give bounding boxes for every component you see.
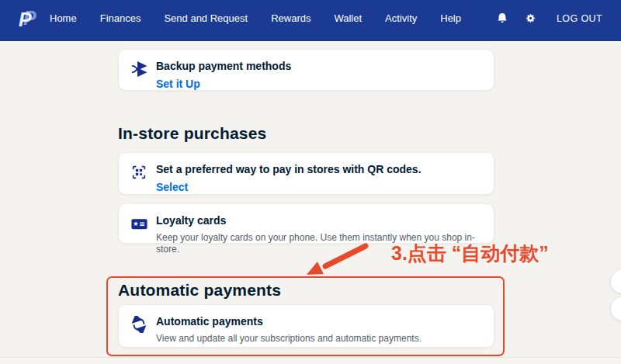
nav-item-activity[interactable]: Activity bbox=[385, 12, 417, 24]
card-loyalty-cards[interactable]: Loyalty cards Keep your loyalty cards on… bbox=[118, 203, 494, 244]
log-out-button[interactable]: LOG OUT bbox=[557, 13, 602, 24]
nav-item-finances[interactable]: Finances bbox=[100, 12, 141, 24]
nav-item-send-and-request[interactable]: Send and Request bbox=[164, 12, 248, 24]
navbar-right: LOG OUT bbox=[494, 11, 602, 26]
floating-button-bottom[interactable] bbox=[611, 297, 621, 321]
annotation-step-text: 3.点击 “自动付款” bbox=[391, 241, 549, 266]
main-nav: Home Finances Send and Request Rewards W… bbox=[50, 12, 461, 24]
card-title: Loyalty cards bbox=[156, 213, 481, 228]
floating-button-top[interactable] bbox=[611, 270, 621, 293]
card-title: Set a preferred way to pay in stores wit… bbox=[156, 162, 422, 177]
select-link[interactable]: Select bbox=[156, 181, 188, 193]
card-automatic-payments[interactable]: Automatic payments View and update all y… bbox=[118, 304, 494, 348]
paypal-logo[interactable]: P P bbox=[17, 6, 43, 31]
refresh-icon bbox=[130, 315, 148, 334]
footer-edge bbox=[0, 357, 621, 364]
nav-item-home[interactable]: Home bbox=[50, 12, 77, 24]
bell-icon[interactable] bbox=[494, 11, 510, 26]
card-description: View and update all your subscriptions a… bbox=[156, 333, 422, 345]
card-title: Automatic payments bbox=[156, 314, 422, 329]
qr-scan-icon bbox=[130, 163, 148, 182]
card-qr-codes[interactable]: Set a preferred way to pay in stores wit… bbox=[118, 152, 494, 195]
instore-purchases-heading: In-store purchases bbox=[118, 124, 267, 143]
card-backup-payment-methods[interactable]: Backup payment methods Set it Up bbox=[118, 49, 494, 91]
loyalty-card-icon bbox=[130, 214, 148, 233]
automatic-payments-heading: Automatic payments bbox=[118, 281, 281, 300]
nav-item-rewards[interactable]: Rewards bbox=[271, 12, 310, 24]
annotation-arrow-icon bbox=[291, 241, 369, 281]
shuffle-icon bbox=[130, 60, 148, 78]
gear-icon[interactable] bbox=[523, 11, 539, 26]
card-title: Backup payment methods bbox=[156, 59, 291, 74]
set-it-up-link[interactable]: Set it Up bbox=[156, 78, 200, 90]
nav-item-wallet[interactable]: Wallet bbox=[334, 12, 362, 24]
top-navbar: P P Home Finances Send and Request Rewar… bbox=[0, 0, 621, 41]
nav-item-help[interactable]: Help bbox=[440, 12, 461, 24]
